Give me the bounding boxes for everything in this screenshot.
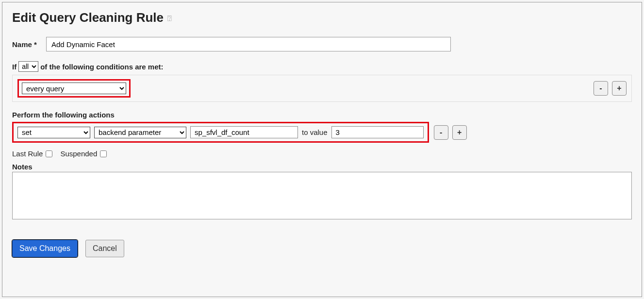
condition-prefix: If	[12, 63, 17, 71]
action-value-input[interactable]	[331, 126, 424, 138]
condition-buttons: - +	[594, 81, 627, 96]
name-row: Name *	[12, 37, 632, 51]
add-action-button[interactable]: +	[452, 125, 467, 140]
suspended-label-wrap: Suspended	[60, 150, 107, 158]
last-rule-label: Last Rule	[12, 150, 43, 158]
action-buttons: - +	[434, 125, 467, 140]
page-title: Edit Query Cleaning Rule ⍰	[12, 10, 632, 25]
action-param-input[interactable]	[190, 126, 298, 138]
action-target-select[interactable]: backend parameter	[94, 127, 186, 138]
condition-suffix: of the following conditions are met:	[40, 63, 163, 71]
name-input[interactable]	[46, 37, 451, 51]
page-title-text: Edit Query Cleaning Rule	[12, 10, 164, 25]
last-rule-checkbox[interactable]	[46, 150, 52, 157]
condition-row: every query - +	[12, 75, 632, 102]
condition-highlight: every query	[17, 79, 131, 98]
notes-textarea[interactable]	[12, 172, 632, 219]
form-buttons: Save Changes Cancel	[12, 240, 632, 257]
remove-action-button[interactable]: -	[434, 125, 448, 140]
condition-header: If all of the following conditions are m…	[12, 61, 632, 72]
save-button[interactable]: Save Changes	[12, 240, 78, 257]
last-rule-label-wrap: Last Rule	[12, 150, 52, 158]
condition-match-select[interactable]: all	[18, 61, 38, 72]
flags-row: Last Rule Suspended	[12, 150, 632, 158]
action-verb-select[interactable]: set	[17, 127, 90, 138]
name-label: Name *	[12, 40, 41, 49]
condition-type-select[interactable]: every query	[22, 83, 126, 94]
cancel-button[interactable]: Cancel	[85, 240, 124, 257]
action-header: Perform the following actions	[12, 111, 632, 119]
help-icon[interactable]: ⍰	[167, 14, 171, 22]
required-asterisk: *	[34, 40, 37, 49]
edit-rule-panel: Edit Query Cleaning Rule ⍰ Name * If all…	[2, 2, 642, 297]
remove-condition-button[interactable]: -	[594, 81, 608, 96]
action-highlight: set backend parameter to value	[12, 122, 429, 143]
action-row: set backend parameter to value - +	[12, 122, 632, 143]
suspended-label: Suspended	[60, 150, 97, 158]
notes-label: Notes	[12, 163, 632, 171]
to-value-label: to value	[302, 128, 328, 136]
add-condition-button[interactable]: +	[612, 81, 627, 96]
suspended-checkbox[interactable]	[100, 150, 107, 157]
